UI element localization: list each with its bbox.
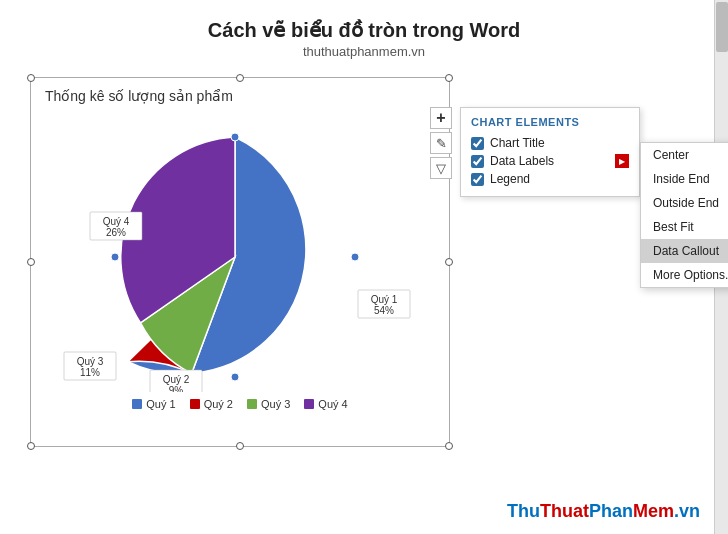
legend-dot-quy1 (132, 399, 142, 409)
legend-label-quy4: Quý 4 (318, 398, 347, 410)
label-quy4-pct: 26% (106, 227, 126, 238)
legend-item-quy2: Quý 2 (190, 398, 233, 410)
branding: ThuThuatPhanMem.vn (507, 501, 700, 522)
handle-br[interactable] (445, 442, 453, 450)
brand-thu: Thu (507, 501, 540, 521)
checkbox-legend[interactable] (471, 173, 484, 186)
label-quy1-pct: 54% (374, 305, 394, 316)
chart-handle-right (351, 253, 359, 261)
scrollbar-thumb[interactable] (716, 2, 728, 52)
flyout-item-best-fit[interactable]: Best Fit (641, 215, 728, 239)
handle-tl[interactable] (27, 74, 35, 82)
flyout-item-outside-end[interactable]: Outside End (641, 191, 728, 215)
handle-tc[interactable] (236, 74, 244, 82)
legend-label-quy1: Quý 1 (146, 398, 175, 410)
legend-item-quy4: Quý 4 (304, 398, 347, 410)
panel-item-data-labels: Data Labels ▶ (471, 152, 629, 170)
handle-bc[interactable] (236, 442, 244, 450)
legend-label-quy2: Quý 2 (204, 398, 233, 410)
pie-chart-svg: Quý 4 26% Quý 1 54% Quý 3 11% Quý 2 9% (60, 112, 420, 392)
flyout-item-data-callout[interactable]: Data Callout (641, 239, 728, 263)
panel-label-chart-title: Chart Title (490, 136, 545, 150)
brand-phan: Phan (589, 501, 633, 521)
chart-handle-bottom (231, 373, 239, 381)
chart-title: Thống kê số lượng sản phẩm (31, 78, 449, 108)
legend-item-quy3: Quý 3 (247, 398, 290, 410)
label-quy3-pct: 11% (80, 367, 100, 378)
brand-vn: .vn (674, 501, 700, 521)
page-title: Cách vẽ biểu đồ tròn trong Word (0, 18, 728, 42)
legend-dot-quy4 (304, 399, 314, 409)
flyout-item-center[interactable]: Center (641, 143, 728, 167)
label-quy1-text: Quý 1 (371, 294, 398, 305)
data-labels-arrow-button[interactable]: ▶ (615, 154, 629, 168)
chart-handle-left (111, 253, 119, 261)
page-header: Cách vẽ biểu đồ tròn trong Word thuthuat… (0, 0, 728, 63)
right-panel: + ✎ ▽ CHART ELEMENTS Chart Title Data La… (450, 77, 640, 447)
chart-filters-button[interactable]: ▽ (430, 157, 452, 179)
panel-item-chart-title: Chart Title (471, 134, 629, 152)
flyout-item-inside-end[interactable]: Inside End (641, 167, 728, 191)
brand-mem: Mem (633, 501, 674, 521)
chart-legend: Quý 1 Quý 2 Quý 3 Quý 4 (31, 392, 449, 414)
panel-item-legend: Legend (471, 170, 629, 188)
flyout-item-more-options[interactable]: More Options... (641, 263, 728, 287)
label-quy4-text: Quý 4 (103, 216, 130, 227)
brand-thuat: Thuat (540, 501, 589, 521)
chart-container: Thống kê số lượng sản phẩm (30, 77, 450, 447)
legend-label-quy3: Quý 3 (261, 398, 290, 410)
handle-tr[interactable] (445, 74, 453, 82)
pie-area: Quý 4 26% Quý 1 54% Quý 3 11% Quý 2 9% (31, 112, 449, 392)
chart-styles-button[interactable]: ✎ (430, 132, 452, 154)
checkbox-chart-title[interactable] (471, 137, 484, 150)
panel-label-data-labels: Data Labels (490, 154, 554, 168)
main-area: Thống kê số lượng sản phẩm (30, 77, 698, 447)
panel-label-legend: Legend (490, 172, 530, 186)
checkbox-data-labels[interactable] (471, 155, 484, 168)
handle-mr[interactable] (445, 258, 453, 266)
chart-elements-panel: CHART ELEMENTS Chart Title Data Labels ▶… (460, 107, 640, 197)
panel-title: CHART ELEMENTS (471, 116, 629, 128)
legend-item-quy1: Quý 1 (132, 398, 175, 410)
legend-dot-quy3 (247, 399, 257, 409)
page-subtitle: thuthuatphanmem.vn (0, 44, 728, 59)
label-quy2-text: Quý 2 (163, 374, 190, 385)
chart-handle-top (231, 133, 239, 141)
add-element-button[interactable]: + (430, 107, 452, 129)
flyout-menu: Center Inside End Outside End Best Fit D… (640, 142, 728, 288)
icon-bar: + ✎ ▽ (430, 107, 452, 179)
handle-ml[interactable] (27, 258, 35, 266)
label-quy3-text: Quý 3 (77, 356, 104, 367)
legend-dot-quy2 (190, 399, 200, 409)
handle-bl[interactable] (27, 442, 35, 450)
label-quy2-pct: 9% (169, 385, 184, 392)
